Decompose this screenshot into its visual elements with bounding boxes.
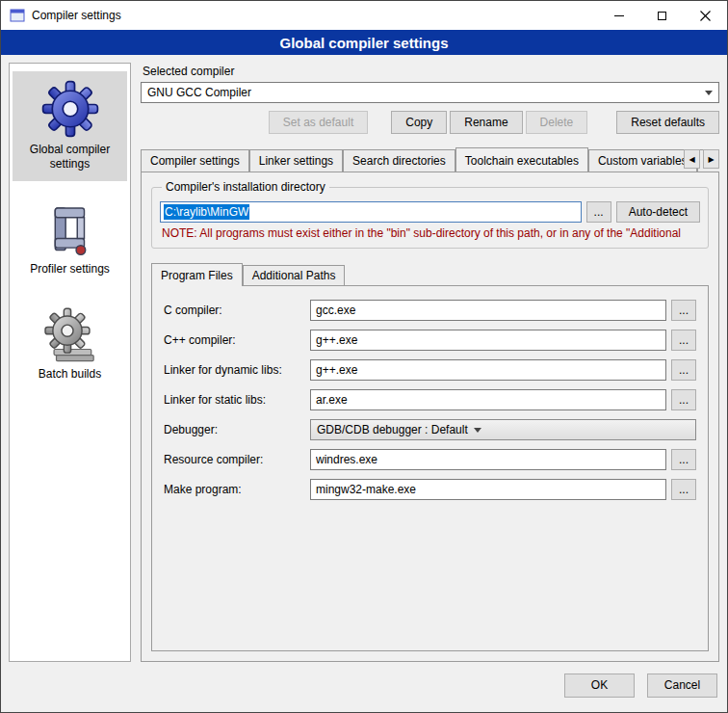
debugger-select[interactable]: GDB/CDB debugger : Default (310, 419, 696, 440)
dynamic-linker-browse-button[interactable]: ... (671, 359, 696, 381)
static-linker-row: Linker for static libs: ... (164, 389, 696, 410)
maximize-icon (658, 12, 666, 20)
minimize-button[interactable] (597, 1, 640, 30)
c-compiler-input[interactable] (310, 300, 666, 321)
static-linker-browse-button[interactable]: ... (671, 389, 696, 410)
compiler-buttons-row: Set as default Copy Rename Delete Reset … (141, 111, 719, 134)
close-button[interactable] (684, 1, 727, 30)
installation-directory-value: C:\raylib\MinGW (164, 204, 249, 220)
tab-scroll-right-button[interactable]: ▶ (703, 149, 719, 169)
static-linker-label: Linker for static libs: (164, 393, 310, 407)
debugger-row: Debugger: GDB/CDB debugger : Default (164, 419, 696, 440)
installation-directory-row: C:\raylib\MinGW ... Auto-detect (160, 201, 700, 223)
cpp-compiler-browse-button[interactable]: ... (671, 330, 696, 351)
program-files-panel: C compiler: ... C++ compiler: ... (151, 285, 709, 651)
dynamic-linker-label: Linker for dynamic libs: (164, 363, 310, 377)
resource-compiler-input[interactable] (310, 449, 666, 470)
installation-note: NOTE: All programs must exist either in … (162, 226, 698, 240)
make-program-row: Make program: ... (164, 479, 696, 500)
dialog-header: Global compiler settings (1, 30, 727, 55)
resource-compiler-browse-button[interactable]: ... (671, 449, 696, 470)
make-program-browse-button[interactable]: ... (671, 479, 696, 500)
make-program-input[interactable] (310, 479, 666, 500)
sidebar-item-profiler-settings[interactable]: Profiler settings (13, 195, 127, 286)
toolchain-executables-panel: Compiler's installation directory C:\ray… (141, 172, 719, 662)
debugger-label: Debugger: (164, 423, 310, 436)
blue-gear-icon (40, 79, 100, 139)
resource-compiler-label: Resource compiler: (164, 453, 310, 466)
dynamic-linker-input[interactable] (310, 359, 666, 381)
copy-button[interactable]: Copy (391, 111, 447, 134)
cancel-button[interactable]: Cancel (647, 673, 717, 698)
tab-scroll-left-button[interactable]: ◀ (684, 149, 700, 169)
cpp-compiler-row: C++ compiler: ... (164, 330, 696, 351)
reset-defaults-button[interactable]: Reset defaults (616, 111, 719, 134)
debugger-select-value: GDB/CDB debugger : Default (317, 423, 468, 436)
tab-custom-variables[interactable]: Custom variables (588, 149, 697, 172)
chevron-down-icon (474, 428, 481, 433)
installation-directory-legend: Compiler's installation directory (162, 180, 329, 194)
compiler-settings-dialog: Compiler settings Global compiler settin… (0, 0, 728, 713)
app-icon (9, 7, 26, 24)
resource-compiler-row: Resource compiler: ... (164, 449, 696, 470)
cpp-compiler-label: C++ compiler: (164, 333, 310, 347)
profiler-clamp-icon (42, 202, 98, 258)
tab-search-directories[interactable]: Search directories (343, 149, 455, 172)
sidebar-item-label: Batch builds (39, 367, 101, 382)
dialog-footer: OK Cancel (1, 668, 727, 712)
sub-tab-strip: Program Files Additional Paths (151, 262, 709, 285)
c-compiler-row: C compiler: ... (164, 300, 696, 321)
make-program-label: Make program: (164, 483, 310, 496)
sidebar-item-label: Profiler settings (30, 262, 110, 277)
set-as-default-button[interactable]: Set as default (269, 111, 368, 134)
sidebar-item-global-compiler-settings[interactable]: Global compiler settings (13, 71, 127, 181)
compiler-select[interactable]: GNU GCC Compiler (141, 82, 719, 103)
rename-button[interactable]: Rename (450, 111, 522, 134)
title-bar[interactable]: Compiler settings (1, 1, 727, 30)
tab-linker-settings[interactable]: Linker settings (249, 149, 343, 172)
c-compiler-browse-button[interactable]: ... (671, 300, 696, 321)
sidebar-item-label: Global compiler settings (14, 143, 125, 172)
ok-button[interactable]: OK (564, 673, 635, 698)
subtab-additional-paths[interactable]: Additional Paths (243, 265, 346, 285)
sidebar-item-batch-builds[interactable]: Batch builds (13, 300, 127, 391)
tab-strip: Compiler settings Linker settings Search… (141, 146, 719, 172)
c-compiler-label: C compiler: (164, 304, 310, 317)
window-title: Compiler settings (32, 9, 597, 22)
chevron-left-icon: ◀ (689, 155, 694, 164)
dialog-content: Global compiler settings Profiler settin… (1, 55, 727, 668)
main-panel: Selected compiler GNU GCC Compiler Set a… (141, 63, 719, 662)
static-linker-input[interactable] (310, 389, 666, 410)
chevron-right-icon: ▶ (708, 155, 714, 164)
chevron-down-icon (705, 91, 713, 95)
selected-compiler-label: Selected compiler (143, 65, 719, 78)
gray-gear-stack-icon (42, 307, 98, 363)
auto-detect-button[interactable]: Auto-detect (616, 201, 700, 223)
installation-directory-group: Compiler's installation directory C:\ray… (151, 180, 709, 249)
maximize-button[interactable] (640, 1, 684, 30)
tab-compiler-settings[interactable]: Compiler settings (141, 149, 249, 172)
cpp-compiler-input[interactable] (310, 330, 666, 351)
settings-sidebar: Global compiler settings Profiler settin… (9, 63, 131, 662)
tab-scroll-buttons: ◀ ▶ (684, 149, 719, 169)
installation-directory-input[interactable]: C:\raylib\MinGW (160, 201, 582, 223)
minimize-icon (614, 15, 624, 16)
sub-tab-bar: Program Files Additional Paths (151, 262, 709, 285)
tab-bar: Compiler settings Linker settings Search… (141, 146, 719, 172)
installation-directory-browse-button[interactable]: ... (586, 201, 611, 223)
tab-toolchain-executables[interactable]: Toolchain executables (455, 147, 588, 172)
subtab-program-files[interactable]: Program Files (151, 263, 243, 286)
dynamic-linker-row: Linker for dynamic libs: ... (164, 359, 696, 381)
compiler-select-value: GNU GCC Compiler (147, 86, 699, 99)
close-icon (700, 11, 711, 21)
delete-button[interactable]: Delete (526, 111, 588, 134)
